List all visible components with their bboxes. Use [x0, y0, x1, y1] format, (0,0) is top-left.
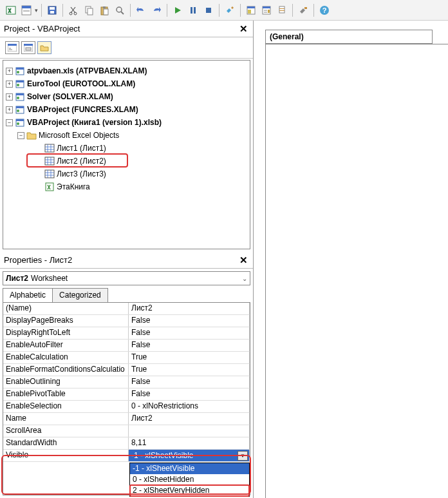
tree-node[interactable]: − Microsoft Excel Objects: [6, 129, 247, 142]
svg-rect-16: [194, 7, 196, 14]
property-value[interactable]: -1 - xlSheetVisible ▼: [129, 450, 250, 461]
svg-point-46: [17, 110, 19, 112]
svg-point-43: [17, 97, 19, 99]
cut-icon[interactable]: [66, 3, 80, 17]
property-row[interactable]: EnableAutoFilterFalse: [3, 340, 250, 352]
property-row-visible[interactable]: Visible -1 - xlSheetVisible ▼: [3, 450, 250, 462]
property-row[interactable]: EnableFormatConditionsCalculatioTrue: [3, 364, 250, 376]
expand-icon[interactable]: +: [6, 81, 13, 88]
property-value[interactable]: True: [129, 352, 250, 363]
code-pane[interactable]: [265, 44, 448, 498]
chevron-down-icon[interactable]: ⌄: [242, 275, 247, 282]
dropdown-option[interactable]: 2 - xlSheetVeryHidden: [130, 485, 249, 496]
project-tree[interactable]: + atpvbaen.xls (ATPVBAEN.XLAM) + EuroToo…: [3, 60, 250, 249]
tree-node[interactable]: Лист3 (Лист3): [6, 168, 247, 180]
svg-rect-2: [22, 6, 31, 8]
stop-icon[interactable]: [201, 3, 216, 17]
property-row[interactable]: DisplayRightToLeftFalse: [3, 327, 250, 340]
tree-node-selected[interactable]: Лист2 (Лист2): [6, 155, 247, 168]
collapse-icon[interactable]: −: [17, 132, 24, 139]
tree-node[interactable]: + EuroTool (EUROTOOL.XLAM): [6, 77, 247, 90]
property-value[interactable]: False: [129, 315, 250, 327]
view-object-icon[interactable]: [21, 41, 35, 54]
dropdown-option[interactable]: -1 - xlSheetVisible: [130, 463, 249, 474]
save-icon[interactable]: [45, 3, 59, 17]
svg-text:?: ?: [322, 6, 327, 14]
vbaproject-icon: [15, 117, 25, 128]
svg-rect-3: [23, 10, 30, 12]
svg-rect-34: [26, 48, 31, 50]
collapse-icon[interactable]: −: [6, 119, 13, 126]
dropdown-option[interactable]: 0 - xlSheetHidden: [130, 474, 249, 485]
tree-label: EuroTool (EUROTOOL.XLAM): [27, 79, 135, 88]
property-value[interactable]: False: [129, 376, 250, 388]
tree-node[interactable]: + VBAProject (FUNCRES.XLAM): [6, 103, 247, 116]
property-row[interactable]: (Name)Лист2: [3, 303, 250, 315]
property-value[interactable]: True: [129, 364, 250, 376]
tab-categorized[interactable]: Categorized: [52, 288, 108, 302]
design-mode-icon[interactable]: [223, 3, 237, 17]
svg-rect-24: [279, 6, 285, 13]
tree-node[interactable]: + atpvbaen.xls (ATPVBAEN.XLAM): [6, 64, 247, 77]
paste-icon[interactable]: [97, 3, 111, 17]
toolbox-icon[interactable]: [296, 3, 310, 17]
tree-label: VBAProject (FUNCRES.XLAM): [27, 105, 138, 114]
svg-rect-10: [88, 8, 93, 15]
tree-label: Лист2 (Лист2): [57, 157, 106, 166]
property-row[interactable]: EnableOutliningFalse: [3, 376, 250, 388]
close-icon[interactable]: ✕: [238, 23, 249, 35]
view-code-icon[interactable]: [5, 41, 19, 54]
property-value[interactable]: Лист2: [129, 413, 250, 425]
tree-node[interactable]: − VBAProject (Книга1 (version 1).xlsb): [6, 116, 247, 129]
tab-alphabetic[interactable]: Alphabetic: [3, 288, 53, 302]
copy-icon[interactable]: [82, 3, 96, 17]
excel-icon[interactable]: [4, 3, 18, 17]
tree-node[interactable]: + Solver (SOLVER.XLAM): [6, 90, 247, 103]
close-icon[interactable]: ✕: [238, 254, 249, 266]
property-value[interactable]: False: [129, 388, 250, 400]
expand-icon[interactable]: +: [6, 93, 13, 101]
property-row[interactable]: EnablePivotTableFalse: [3, 388, 250, 401]
property-row[interactable]: StandardWidth8,11: [3, 437, 250, 450]
property-row[interactable]: DisplayPageBreaksFalse: [3, 315, 250, 327]
expand-icon[interactable]: +: [6, 68, 13, 75]
pause-icon[interactable]: [186, 3, 200, 17]
toggle-folders-icon[interactable]: [37, 41, 51, 54]
property-row[interactable]: EnableSelection0 - xlNoRestrictions: [3, 401, 250, 413]
visible-dropdown-list[interactable]: -1 - xlSheetVisible 0 - xlSheetHidden 2 …: [129, 463, 250, 497]
object-selector[interactable]: Лист2 Worksheet ⌄: [3, 271, 250, 285]
worksheet-icon: [44, 156, 55, 166]
svg-rect-39: [16, 81, 24, 82]
svg-rect-17: [206, 8, 211, 13]
property-value[interactable]: False: [129, 327, 250, 339]
object-browser-icon[interactable]: [275, 3, 289, 17]
redo-icon[interactable]: [149, 3, 163, 17]
userform-icon[interactable]: [19, 3, 33, 17]
undo-icon[interactable]: [134, 3, 148, 17]
property-row[interactable]: NameЛист2: [3, 413, 250, 425]
property-value[interactable]: False: [129, 340, 250, 351]
property-row[interactable]: EnableCalculationTrue: [3, 352, 250, 364]
run-icon[interactable]: [171, 3, 185, 17]
property-name: EnablePivotTable: [3, 388, 129, 400]
tree-label: atpvbaen.xls (ATPVBAEN.XLAM): [27, 66, 147, 75]
properties-grid[interactable]: (Name)Лист2 DisplayPageBreaksFalse Displ…: [3, 302, 250, 495]
svg-rect-26: [279, 10, 285, 11]
worksheet-icon: [44, 169, 55, 179]
project-panel-title: Project - VBAProject: [4, 24, 80, 34]
dropdown-arrow-icon[interactable]: ▼: [238, 451, 248, 461]
property-name: EnableCalculation: [3, 352, 129, 363]
find-icon[interactable]: [113, 3, 127, 17]
properties-window-icon[interactable]: [259, 3, 274, 17]
property-row[interactable]: ScrollArea: [3, 425, 250, 437]
property-value[interactable]: Лист2: [129, 303, 250, 314]
property-value[interactable]: [129, 425, 250, 437]
property-value[interactable]: 0 - xlNoRestrictions: [129, 401, 250, 412]
expand-icon[interactable]: +: [6, 106, 13, 113]
code-scope-selector[interactable]: (General): [265, 30, 433, 44]
help-icon[interactable]: ?: [317, 3, 331, 17]
tree-node[interactable]: Лист1 (Лист1): [6, 142, 247, 155]
property-value[interactable]: 8,11: [129, 437, 250, 449]
project-explorer-icon[interactable]: [244, 3, 258, 17]
tree-node[interactable]: ЭтаКнига: [6, 180, 247, 193]
